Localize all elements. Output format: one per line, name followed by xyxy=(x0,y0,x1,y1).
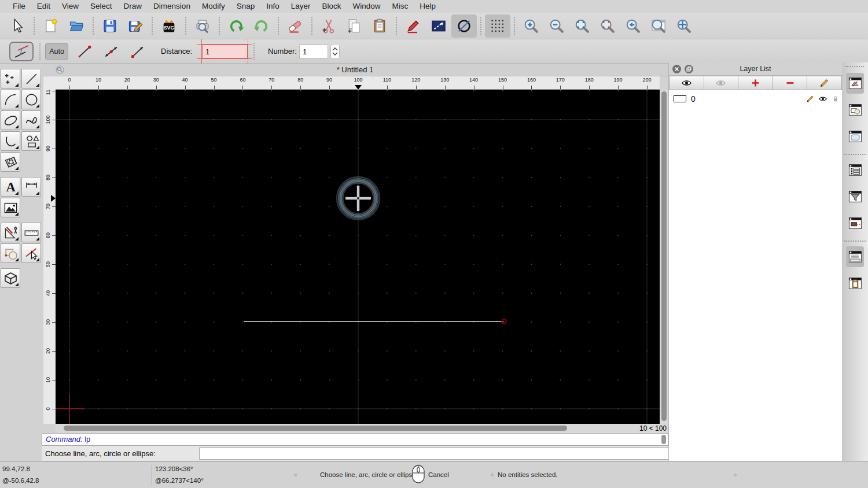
drawing-canvas[interactable] xyxy=(56,90,660,424)
dimension-tools-button[interactable] xyxy=(21,177,41,197)
erase-button[interactable] xyxy=(282,14,308,38)
zoom-auto-button[interactable] xyxy=(569,14,595,38)
layer-edit-button[interactable] xyxy=(806,94,815,106)
dock-entity-list-toggle[interactable] xyxy=(846,160,864,180)
vertical-scrollbar[interactable] xyxy=(660,90,668,424)
polyline-tools-button[interactable] xyxy=(1,131,20,151)
right-click-hint: Cancel xyxy=(428,471,449,478)
modify-tools-button[interactable] xyxy=(1,223,20,242)
number-stepper[interactable] xyxy=(330,44,340,59)
circle-tools-button[interactable] xyxy=(21,90,41,109)
horizontal-scrollbar-thumb[interactable] xyxy=(64,426,567,431)
layer-color-swatch[interactable] xyxy=(674,95,686,102)
redo-button[interactable] xyxy=(249,14,274,38)
command-input[interactable] xyxy=(199,448,693,460)
edit-layer-button[interactable] xyxy=(807,76,842,90)
snap-line-endpoints-button[interactable] xyxy=(74,44,94,59)
menu-file[interactable]: File xyxy=(7,0,31,13)
paste-button[interactable] xyxy=(367,14,392,38)
dock-clipboard-toggle[interactable] xyxy=(846,273,864,294)
save-as-button[interactable] xyxy=(123,14,148,38)
image-tool-button[interactable] xyxy=(1,198,20,217)
v-ruler-cursor-marker xyxy=(51,195,56,202)
new-file-button[interactable] xyxy=(38,14,64,38)
distance-input[interactable] xyxy=(202,45,248,58)
undo-button[interactable] xyxy=(223,14,249,38)
solid-tools-button[interactable] xyxy=(1,268,20,288)
number-label: Number: xyxy=(268,39,297,64)
text-tool-button[interactable]: A xyxy=(1,177,20,197)
dock-block-list-toggle[interactable] xyxy=(846,99,864,120)
copy-button[interactable] xyxy=(341,14,367,38)
menu-edit[interactable]: Edit xyxy=(31,0,56,13)
layer-visibility-toggle[interactable] xyxy=(818,94,827,106)
h-ruler-label: 130 xyxy=(437,77,453,83)
pen-attributes-button[interactable] xyxy=(400,14,426,38)
hatch-tool-button[interactable] xyxy=(1,152,20,172)
menu-window[interactable]: Window xyxy=(347,0,387,13)
zoom-in-button[interactable] xyxy=(518,14,544,38)
zoom-out-button[interactable] xyxy=(544,14,569,38)
save-file-button[interactable] xyxy=(97,14,123,38)
point-tools-button[interactable] xyxy=(1,69,20,88)
number-input[interactable] xyxy=(299,45,328,58)
command-prompt-label: Choose line, arc, circle or ellipse: xyxy=(45,446,156,461)
ellipse-tools-button[interactable] xyxy=(1,110,20,130)
menu-select[interactable]: Select xyxy=(84,0,118,13)
arc-tools-icon xyxy=(3,92,19,108)
open-file-button[interactable] xyxy=(64,14,89,38)
menu-view[interactable]: View xyxy=(56,0,84,13)
select-arrow-button[interactable] xyxy=(5,14,30,38)
menu-info[interactable]: Info xyxy=(260,0,285,13)
menu-draw[interactable]: Draw xyxy=(118,0,148,13)
snap-line-start-button[interactable] xyxy=(127,44,147,59)
command-history-label: Command: xyxy=(46,435,83,443)
print-preview-button[interactable] xyxy=(190,14,215,38)
menu-block[interactable]: Block xyxy=(317,0,347,13)
dock-selection-filter-toggle[interactable] xyxy=(846,186,864,207)
dock-pen-palette-toggle[interactable] xyxy=(846,213,864,234)
zoom-window-button[interactable] xyxy=(646,14,671,38)
select-tools-button[interactable] xyxy=(21,243,41,263)
line-tools-button[interactable] xyxy=(21,69,41,88)
show-all-layers-button[interactable] xyxy=(669,76,704,90)
dock-command-line-toggle[interactable] xyxy=(846,246,864,267)
attributes-tool-button[interactable] xyxy=(1,243,20,263)
layer-lock-toggle[interactable] xyxy=(831,94,840,106)
polygon-tools-button[interactable] xyxy=(21,131,41,151)
menu-help[interactable]: Help xyxy=(414,0,442,13)
zoom-redraw-button[interactable] xyxy=(620,14,646,38)
hide-all-layers-button[interactable] xyxy=(704,76,739,90)
dock-library-browser-icon xyxy=(847,128,863,145)
add-layer-button[interactable] xyxy=(738,76,773,90)
menu-layer[interactable]: Layer xyxy=(285,0,317,13)
horizontal-scrollbar[interactable] xyxy=(56,424,637,433)
remove-layer-button[interactable] xyxy=(773,76,808,90)
menu-dimension[interactable]: Dimension xyxy=(148,0,196,13)
parallel-line-tool-button[interactable] xyxy=(9,42,34,61)
line-attributes-button[interactable] xyxy=(426,14,451,38)
layer-row[interactable]: 0 xyxy=(669,93,842,105)
menu-misc[interactable]: Misc xyxy=(387,0,414,13)
auto-snap-button[interactable]: Auto xyxy=(45,43,68,60)
measure-tools-button[interactable] xyxy=(21,223,41,242)
dock-library-browser-toggle[interactable] xyxy=(846,126,864,147)
arc-tools-button[interactable] xyxy=(1,90,20,109)
grid-toggle-button[interactable] xyxy=(485,14,510,38)
select-tools-icon xyxy=(24,246,39,261)
command-history-scrollbar[interactable] xyxy=(661,435,666,444)
save-file-icon xyxy=(102,18,118,34)
entity-visibility-button[interactable] xyxy=(451,14,477,38)
dock-layer-list-toggle[interactable] xyxy=(846,73,864,94)
snap-line-middle-button[interactable] xyxy=(101,44,120,59)
export-svg-button[interactable]: SVG xyxy=(156,14,182,38)
menu-snap[interactable]: Snap xyxy=(231,0,261,13)
menu-modify[interactable]: Modify xyxy=(196,0,231,13)
vertical-scrollbar-thumb[interactable] xyxy=(661,91,667,421)
print-preview-icon xyxy=(194,18,211,34)
zoom-previous-button[interactable] xyxy=(595,14,620,38)
spline-tools-button[interactable] xyxy=(21,110,41,130)
cut-button[interactable] xyxy=(316,14,341,38)
zoom-pan-button[interactable] xyxy=(671,14,697,38)
mouse-icon xyxy=(412,465,425,485)
